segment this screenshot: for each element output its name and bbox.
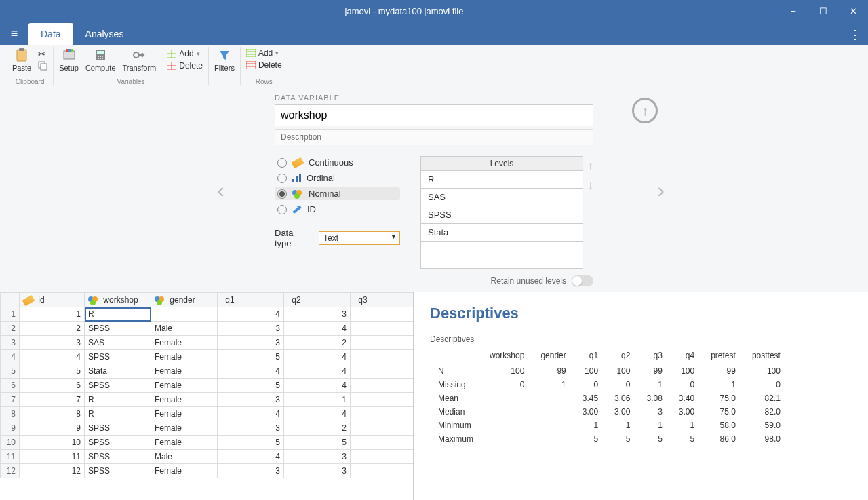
cell[interactable]: Male bbox=[151, 450, 218, 464]
row-number[interactable]: 7 bbox=[1, 393, 20, 407]
row-number[interactable]: 12 bbox=[1, 464, 20, 478]
maximize-button[interactable]: ☐ bbox=[808, 0, 838, 22]
close-button[interactable]: ✕ bbox=[838, 0, 868, 22]
level-item[interactable]: R bbox=[420, 171, 583, 189]
cell[interactable]: 4 bbox=[218, 364, 284, 379]
cell[interactable]: 3 bbox=[284, 307, 351, 322]
measure-ordinal[interactable]: Ordinal bbox=[275, 172, 400, 185]
row-number[interactable]: 11 bbox=[1, 450, 20, 464]
column-header-q1[interactable]: q1 bbox=[218, 293, 284, 307]
variable-name-input[interactable] bbox=[275, 104, 593, 126]
cell[interactable]: 3 bbox=[284, 450, 351, 464]
row-number[interactable]: 1 bbox=[1, 307, 20, 322]
cell[interactable]: 5 bbox=[218, 350, 284, 364]
cell[interactable]: 3 bbox=[218, 421, 284, 436]
cell[interactable]: Female bbox=[151, 336, 218, 350]
cell[interactable] bbox=[351, 464, 414, 478]
app-menu-button[interactable]: ≡ bbox=[0, 22, 28, 45]
cell[interactable]: 3 bbox=[218, 336, 284, 350]
cell[interactable]: 3 bbox=[218, 464, 284, 478]
results-panel[interactable]: Descriptives Descriptives workshopgender… bbox=[414, 292, 868, 500]
cell[interactable]: 4 bbox=[218, 307, 284, 322]
cell[interactable]: SPSS bbox=[85, 322, 151, 336]
cell[interactable]: 5 bbox=[20, 364, 85, 379]
cell[interactable]: Female bbox=[151, 350, 218, 364]
cell[interactable]: Female bbox=[151, 436, 218, 450]
cut-icon[interactable]: ✂ bbox=[38, 49, 47, 59]
var-delete-button[interactable]: Delete bbox=[167, 60, 203, 71]
cell[interactable]: 2 bbox=[284, 336, 351, 350]
cell[interactable]: 10 bbox=[20, 436, 85, 450]
filters-button[interactable]: Filters bbox=[214, 47, 235, 72]
cell[interactable]: SAS bbox=[85, 336, 151, 350]
cell[interactable]: SPSS bbox=[85, 450, 151, 464]
cell[interactable] bbox=[351, 364, 414, 379]
cell[interactable]: SPSS bbox=[85, 379, 151, 393]
cell[interactable]: 4 bbox=[218, 450, 284, 464]
row-number[interactable]: 2 bbox=[1, 322, 20, 336]
cell[interactable]: Female bbox=[151, 379, 218, 393]
retain-levels-toggle[interactable] bbox=[572, 275, 593, 286]
tab-data[interactable]: Data bbox=[28, 23, 73, 45]
column-header-workshop[interactable]: workshop bbox=[85, 293, 151, 307]
minimize-button[interactable]: − bbox=[778, 0, 808, 22]
spreadsheet[interactable]: id workshop gender q1 q2 q3 11R4322SPSSM… bbox=[0, 292, 414, 500]
tab-analyses[interactable]: Analyses bbox=[73, 23, 136, 45]
measure-id[interactable]: ID bbox=[275, 203, 400, 216]
cell[interactable]: Female bbox=[151, 407, 218, 421]
level-up-button[interactable]: ↑ bbox=[587, 159, 593, 173]
cell[interactable]: SPSS bbox=[85, 421, 151, 436]
level-item[interactable]: SAS bbox=[420, 189, 583, 206]
cell[interactable]: R bbox=[85, 307, 151, 322]
measure-nominal[interactable]: Nominal bbox=[275, 187, 400, 200]
cell[interactable] bbox=[351, 322, 414, 336]
cell[interactable] bbox=[351, 307, 414, 322]
copy-icon[interactable] bbox=[38, 61, 47, 71]
cell[interactable]: 2 bbox=[284, 421, 351, 436]
cell[interactable]: Female bbox=[151, 421, 218, 436]
cell[interactable] bbox=[351, 379, 414, 393]
cell[interactable]: 5 bbox=[218, 436, 284, 450]
level-item[interactable]: Stata bbox=[420, 224, 583, 242]
row-delete-button[interactable]: Delete bbox=[246, 60, 282, 71]
cell[interactable]: 3 bbox=[218, 393, 284, 407]
cell[interactable]: Female bbox=[151, 464, 218, 478]
cell[interactable]: Female bbox=[151, 364, 218, 379]
column-header-gender[interactable]: gender bbox=[151, 293, 218, 307]
row-number[interactable]: 3 bbox=[1, 336, 20, 350]
prev-variable-button[interactable]: ‹ bbox=[217, 178, 224, 203]
overflow-menu-button[interactable]: ⋮ bbox=[849, 27, 861, 42]
cell[interactable]: 3 bbox=[218, 322, 284, 336]
row-number[interactable]: 4 bbox=[1, 350, 20, 364]
cell[interactable] bbox=[151, 307, 218, 322]
cell[interactable]: 4 bbox=[284, 407, 351, 421]
cell[interactable]: 5 bbox=[218, 379, 284, 393]
level-item[interactable]: SPSS bbox=[420, 206, 583, 224]
cell[interactable]: 5 bbox=[284, 436, 351, 450]
cell[interactable]: R bbox=[85, 393, 151, 407]
level-down-button[interactable]: ↓ bbox=[587, 178, 593, 193]
variable-description-input[interactable] bbox=[275, 129, 593, 145]
cell[interactable] bbox=[351, 407, 414, 421]
cell[interactable]: 2 bbox=[20, 322, 85, 336]
cell[interactable]: 3 bbox=[20, 336, 85, 350]
row-number[interactable]: 10 bbox=[1, 436, 20, 450]
cell[interactable]: Stata bbox=[85, 364, 151, 379]
cell[interactable]: SPSS bbox=[85, 436, 151, 450]
column-header-q2[interactable]: q2 bbox=[284, 293, 351, 307]
setup-button[interactable]: Setup bbox=[59, 47, 79, 72]
cell[interactable]: 1 bbox=[284, 393, 351, 407]
collapse-editor-button[interactable]: ↑ bbox=[632, 98, 658, 123]
paste-button[interactable]: Paste bbox=[12, 47, 31, 72]
compute-button[interactable]: Compute bbox=[85, 47, 116, 72]
cell[interactable]: SPSS bbox=[85, 350, 151, 364]
measure-continuous[interactable]: Continuous bbox=[275, 156, 400, 169]
cell[interactable] bbox=[351, 436, 414, 450]
row-number[interactable]: 6 bbox=[1, 379, 20, 393]
cell[interactable]: 4 bbox=[284, 379, 351, 393]
cell[interactable]: 1 bbox=[20, 307, 85, 322]
cell[interactable]: R bbox=[85, 407, 151, 421]
cell[interactable]: Male bbox=[151, 322, 218, 336]
column-header-q3[interactable]: q3 bbox=[351, 293, 414, 307]
row-number[interactable]: 9 bbox=[1, 421, 20, 436]
